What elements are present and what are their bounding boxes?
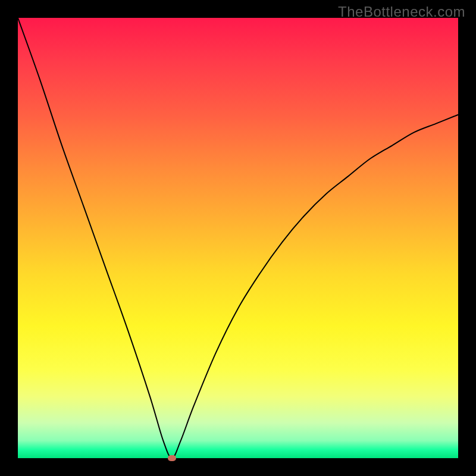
curve-svg bbox=[18, 18, 458, 458]
bottleneck-curve bbox=[18, 18, 458, 458]
minimum-marker bbox=[168, 455, 176, 461]
chart-frame: TheBottleneck.com bbox=[0, 0, 476, 476]
plot-area bbox=[18, 18, 458, 458]
